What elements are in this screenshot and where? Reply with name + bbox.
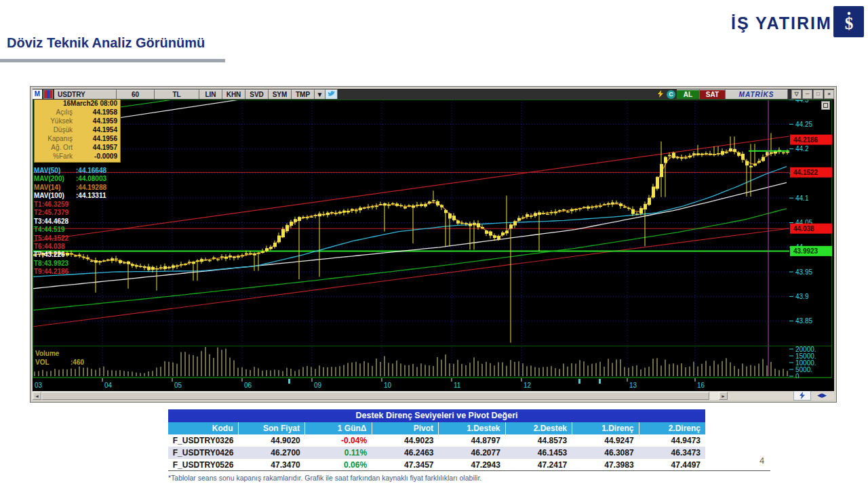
- support1-cell: 44.8797: [439, 434, 505, 447]
- svg-text:06: 06: [244, 382, 252, 389]
- change-cell: 0.06%: [305, 459, 372, 471]
- ohlc-row: Yüksek44.1959: [37, 117, 117, 125]
- mav-legend-item: MAV(100):44.13311: [34, 192, 106, 200]
- mav-legend-item: MAV(50):44.16648: [34, 167, 106, 175]
- ohlc-row: Ağ. Ort44.1957: [37, 143, 117, 152]
- matriks-m-icon[interactable]: M: [33, 89, 42, 99]
- column-header: 1.Destek: [439, 422, 506, 434]
- currency-button[interactable]: TL: [155, 89, 199, 99]
- pivot-table: Destek Direnç Seviyeleri ve Pivot Değeri…: [168, 409, 705, 471]
- chart-area[interactable]: 44.344.2544.244.1544.144.0544.43.9543.94…: [33, 100, 834, 391]
- resistance1-cell: 44.9247: [572, 434, 638, 447]
- column-header: Son Fiyat: [239, 422, 306, 434]
- is-yatirim-logo-text: İŞ YATIRIM: [731, 14, 832, 33]
- svg-text:44.038: 44.038: [793, 225, 814, 232]
- chart-mini-icon[interactable]: [43, 89, 53, 99]
- ohlc-row: Düşük44.1954: [37, 125, 117, 134]
- symbol-field[interactable]: USDTRY: [54, 89, 117, 99]
- window-controls: ▽─□×: [791, 89, 834, 99]
- pivot-table-title: Destek Direnç Seviyeleri ve Pivot Değeri: [168, 409, 705, 422]
- column-header: 2.Destek: [506, 422, 573, 434]
- scrollbar-track[interactable]: [709, 392, 719, 400]
- bar-datetime: 16March26 08:00: [37, 100, 117, 108]
- pivot-cell: 44.9023: [372, 434, 438, 447]
- svg-text:43.9923: 43.9923: [793, 247, 818, 255]
- svg-text:44.2186: 44.2186: [793, 136, 818, 144]
- candles-layer: [33, 133, 789, 342]
- column-header: 1 GünΔ: [305, 422, 372, 434]
- svg-text::460: :460: [71, 359, 84, 366]
- scrollbar-thumb[interactable]: [41, 392, 709, 400]
- pivot-level-label: T8:43.9923: [34, 260, 68, 268]
- lightning-icon[interactable]: [656, 90, 665, 99]
- svg-text:44.1522: 44.1522: [793, 169, 818, 176]
- column-header: Kodu: [168, 422, 239, 434]
- terminal-toolbar: M USDTRY 60 TL LINKHNSVDSYMTMP ▼ C AL SA…: [33, 89, 834, 100]
- footnote: *Tablolar seans sonu kapanış rakamlarıdı…: [168, 474, 481, 482]
- svg-text:09: 09: [314, 382, 322, 389]
- support2-cell: 47.2417: [505, 459, 572, 471]
- chevron-down-icon[interactable]: ▼: [315, 89, 326, 99]
- mode-button-lin[interactable]: LIN: [199, 89, 222, 99]
- price-chart[interactable]: 44.344.2544.244.1544.144.0544.43.9543.94…: [33, 100, 834, 391]
- support1-cell: 46.2077: [439, 447, 505, 459]
- pivot-level-label: T9:44.2186: [34, 268, 68, 276]
- trendlines-layer: [33, 100, 789, 327]
- support2-cell: 44.8573: [505, 434, 572, 447]
- symbol-cell: F_USDTRY0426: [168, 447, 238, 459]
- table-underline: [168, 470, 770, 471]
- sell-button[interactable]: SAT: [700, 89, 726, 99]
- svg-text:10: 10: [384, 382, 392, 389]
- resistance2-cell: 44.9473: [639, 434, 705, 447]
- svg-text:Volume: Volume: [35, 350, 60, 357]
- scroll-right-icon[interactable]: ►: [719, 392, 728, 400]
- mode-button-tmp[interactable]: TMP: [292, 89, 315, 99]
- scroll-left-icon[interactable]: ◄: [33, 392, 41, 400]
- svg-text:05: 05: [174, 382, 182, 389]
- change-cell: 0.11%: [305, 447, 372, 459]
- grid-layer: [33, 100, 789, 376]
- pane-menu-icon[interactable]: ▽: [791, 89, 802, 99]
- svg-text:44.1: 44.1: [795, 195, 809, 202]
- mode-button-khn[interactable]: KHN: [222, 89, 245, 99]
- symbol-cell: F_USDTRY0526: [168, 459, 238, 471]
- pane-restore-icon[interactable]: [821, 101, 830, 110]
- period-button[interactable]: 60: [117, 89, 155, 99]
- chart-scrollbar: ◄ ► ◀▶: [33, 391, 834, 400]
- pivot-cell: 46.2463: [372, 447, 438, 459]
- twitter-icon[interactable]: [326, 89, 338, 99]
- svg-text:44.2: 44.2: [795, 145, 809, 152]
- matriks-brand: MATRİKS: [726, 89, 788, 99]
- maximize-icon[interactable]: □: [813, 89, 823, 99]
- price-axis: 44.344.2544.244.1544.144.0544.43.9543.94…: [35, 100, 832, 380]
- pivot-cell: 47.3457: [372, 459, 438, 471]
- table-row: F_USDTRY042646.27000.11%46.246346.207746…: [168, 447, 705, 459]
- close-icon[interactable]: ×: [824, 89, 834, 99]
- mav-legend: MAV(50):44.16648MAV(200):44.08003MAV(14)…: [34, 167, 106, 201]
- buy-button[interactable]: AL: [677, 89, 700, 99]
- pivot-table-header: KoduSon Fiyat1 GünΔPivot1.Destek2.Destek…: [168, 422, 705, 434]
- svg-text:44.3: 44.3: [795, 100, 809, 104]
- mode-buttons: LINKHNSVDSYMTMP: [199, 89, 315, 99]
- ohlc-row: %Fark-0.0009: [37, 152, 117, 161]
- last-price-cell: 46.2700: [238, 447, 304, 459]
- change-cell: -0.04%: [305, 434, 372, 447]
- minimize-icon[interactable]: ─: [802, 89, 812, 99]
- column-header: 2.Direnç: [639, 422, 706, 434]
- page-title: Döviz Teknik Analiz Görünümü: [7, 35, 205, 51]
- support2-cell: 46.1453: [505, 447, 572, 459]
- ohlc-info-box: 16March26 08:00 Açılış44.1958Yüksek44.19…: [34, 100, 121, 163]
- matriks-lightning-icon[interactable]: [793, 390, 811, 401]
- pivot-level-label: T4:44.519: [34, 226, 68, 234]
- pivot-level-label: T6:44.038: [34, 243, 68, 251]
- page-number: 4: [760, 455, 764, 466]
- table-row: F_USDTRY052647.34700.06%47.345747.294347…: [168, 459, 705, 471]
- svg-text:13: 13: [629, 382, 637, 389]
- bar-step-buttons[interactable]: ◀▶: [811, 391, 833, 400]
- svg-text:$: $: [844, 14, 853, 33]
- mode-button-svd[interactable]: SVD: [245, 89, 269, 99]
- mode-button-sym[interactable]: SYM: [269, 89, 292, 99]
- c-badge-icon[interactable]: C: [667, 90, 675, 99]
- resistance1-cell: 47.3983: [572, 459, 638, 471]
- svg-text:03: 03: [35, 382, 43, 389]
